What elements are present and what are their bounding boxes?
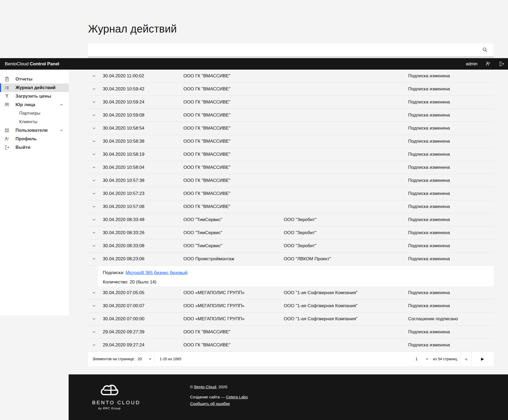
row-timestamp: 30.04.2020 10:58:54 [103,122,144,135]
row-action: Подписка изменена [408,148,450,161]
footer: BENTO CLOUD by RRC Group © Bento Cloud, … [69,374,508,420]
row-partner: ООО ГК "ВМАССИВЕ" [183,122,230,135]
table-row[interactable]: 30.04.2020 08:33:26ООО "ТимСервис"ООО "З… [88,226,494,239]
brand-bold: Control Panel [30,61,60,66]
row-partner: ООО «МЕГАПОЛИС ГРУПП» [183,313,245,325]
chevron-down-icon[interactable] [92,191,96,196]
logout-icon[interactable] [499,61,504,67]
sidebar-item-3[interactable]: Юр лица [0,101,69,109]
table-row[interactable]: 30.04.2020 07:00:07ООО «МЕГАПОЛИС ГРУПП»… [88,299,494,313]
next-page-button[interactable]: ▶ [471,352,494,366]
table-row[interactable]: 30.04.2020 08:23:06ООО ПромстроймонтажОО… [88,253,494,266]
sidebar-subitem-0[interactable]: Партнеры [0,109,69,118]
chevron-down-icon[interactable] [92,204,96,209]
site-by-line: Создание сайта — Cetera Labs [190,395,248,399]
users-icon [4,128,10,133]
chevron-down-icon[interactable] [92,303,96,308]
row-action: Подписка изменена [408,299,450,312]
row-action: Подписка изменена [408,286,450,299]
table-row[interactable]: 30.04.2020 10:58:54ООО ГК "ВМАССИВЕ"Подп… [88,122,494,135]
chevron-up-icon[interactable] [92,257,96,261]
site-by-prefix: Создание сайта — [190,395,226,399]
table-row[interactable]: 30.04.2020 11:00:02ООО ГК "ВМАССИВЕ"Подп… [88,70,494,83]
sidebar-subitem-1[interactable]: Клиенты [0,118,69,126]
table-row[interactable]: 29.04.2020 09:27:39ООО ГК "ВМАССИВЕ"Подп… [88,326,494,339]
chevron-down-icon[interactable] [148,357,152,361]
chevron-down-icon[interactable] [92,87,96,91]
search-icon[interactable] [482,47,488,53]
row-timestamp: 30.04.2020 10:59:42 [103,83,144,95]
sidebar-item-label: Выйти [15,145,30,150]
row-partner: ООО ГК "ВМАССИВЕ" [183,83,230,95]
chevron-down-icon[interactable] [92,343,96,347]
app-screen: Журнал действий BentoCloud Control Panel… [0,0,508,420]
cetera-labs-link[interactable]: Cetera Labs [226,395,248,399]
bento-cloud-logo-icon [97,393,122,398]
footer-logo: BENTO CLOUD by RRC Group [92,382,127,410]
chevron-down-icon[interactable] [425,357,429,361]
sidebar-item-1[interactable]: Журнал действий [0,83,69,92]
search-input[interactable] [88,43,494,56]
chevron-down-icon[interactable] [92,217,96,222]
row-timestamp: 30.04.2020 07:00:00 [103,313,144,325]
chevron-down-icon[interactable] [92,290,96,295]
table-row[interactable]: 30.04.2020 10:58:04ООО ГК "ВМАССИВЕ"Подп… [88,161,494,174]
sidebar-item-label: Юр лица [15,102,35,107]
row-action: Подписка изменена [408,122,450,135]
chevron-down-icon[interactable] [92,100,96,105]
user-profile-icon[interactable] [485,61,491,67]
row-partner: ООО ГК "ВМАССИВЕ" [183,109,230,122]
expanded-row-detail: Подписка: Microsoft 365 бизнес базовыйКо… [98,266,494,286]
report-error-link[interactable]: Сообщить об ошибке [190,401,230,406]
table-row[interactable]: 30.04.2020 10:57:08ООО ГК "ВМАССИВЕ"Подп… [88,200,494,213]
row-partner: ООО ГК "ВМАССИВЕ" [183,187,230,200]
chevron-down-icon[interactable] [92,113,96,118]
table-row[interactable]: 30.04.2020 08:33:08ООО "ТимСервис"ООО "З… [88,239,494,253]
items-per-page-label: Элементов на странице: [92,352,135,366]
sidebar-item-5[interactable]: Профиль [0,135,69,143]
table-row[interactable]: 30.04.2020 10:58:19ООО ГК "ВМАССИВЕ"Подп… [88,148,494,161]
search-bar [88,43,494,56]
top-navigation-bar: BentoCloud Control Panel admin [0,58,508,70]
table-row[interactable]: 29.04.2020 09:27:24ООО ГК "ВМАССИВЕ"Подп… [88,339,494,352]
prev-page-button[interactable]: ◀ [460,352,471,366]
admin-user-label[interactable]: admin [466,58,478,70]
chevron-down-icon[interactable] [92,152,96,157]
table-row[interactable]: 30.04.2020 07:05:05ООО «МЕГАПОЛИС ГРУПП»… [88,286,494,299]
upload-icon [4,94,10,99]
table-row[interactable]: 30.04.2020 10:57:23ООО ГК "ВМАССИВЕ"Подп… [88,187,494,200]
sidebar-item-0[interactable]: Отчеты [0,75,69,83]
page-size-select[interactable]: 20 [137,352,142,366]
sidebar-item-4[interactable]: Пользователи [0,126,69,135]
subscription-link[interactable]: Microsoft 365 бизнес базовый [125,270,187,275]
row-timestamp: 30.04.2020 10:57:08 [103,200,144,213]
table-row[interactable]: 30.04.2020 08:33:48ООО "ТимСервис"ООО "З… [88,213,494,226]
table-header-strip [88,56,494,58]
table-row[interactable]: 30.04.2020 07:00:00ООО «МЕГАПОЛИС ГРУПП»… [88,313,494,326]
bento-cloud-link[interactable]: Bento Cloud [194,385,216,389]
sidebar-item-label: Журнал действий [15,85,56,90]
chevron-down-icon[interactable] [92,139,96,144]
row-timestamp: 30.04.2020 07:00:07 [103,299,144,312]
table-row[interactable]: 30.04.2020 10:59:08ООО ГК "ВМАССИВЕ"Подп… [88,109,494,122]
table-row[interactable]: 30.04.2020 10:58:38ООО ГК "ВМАССИВЕ"Подп… [88,135,494,148]
row-client: ООО "1-ая Софтверная Компания" [284,313,357,325]
chevron-down-icon[interactable] [92,126,96,131]
chevron-down-icon[interactable] [92,317,96,321]
row-timestamp: 30.04.2020 07:05:05 [103,286,144,299]
brand-regular: BentoCloud [5,61,29,66]
chevron-down-icon[interactable] [92,230,96,235]
chevron-down-icon[interactable] [92,178,96,183]
page-number-select[interactable]: 1 [415,352,418,366]
report-icon [4,77,10,82]
chevron-down-icon[interactable] [92,243,96,248]
row-action: Соглашение подписано [408,313,458,325]
table-row[interactable]: 30.04.2020 10:59:24ООО ГК "ВМАССИВЕ"Подп… [88,96,494,109]
chevron-down-icon[interactable] [92,330,96,334]
chevron-down-icon[interactable] [92,165,96,170]
sidebar-item-6[interactable]: Выйти [0,143,69,152]
table-row[interactable]: 30.04.2020 10:59:42ООО ГК "ВМАССИВЕ"Подп… [88,83,494,96]
sidebar-item-2[interactable]: Загрузить цены [0,92,69,101]
table-row[interactable]: 30.04.2020 10:57:38ООО ГК "ВМАССИВЕ"Подп… [88,174,494,187]
chevron-down-icon[interactable] [92,74,96,78]
